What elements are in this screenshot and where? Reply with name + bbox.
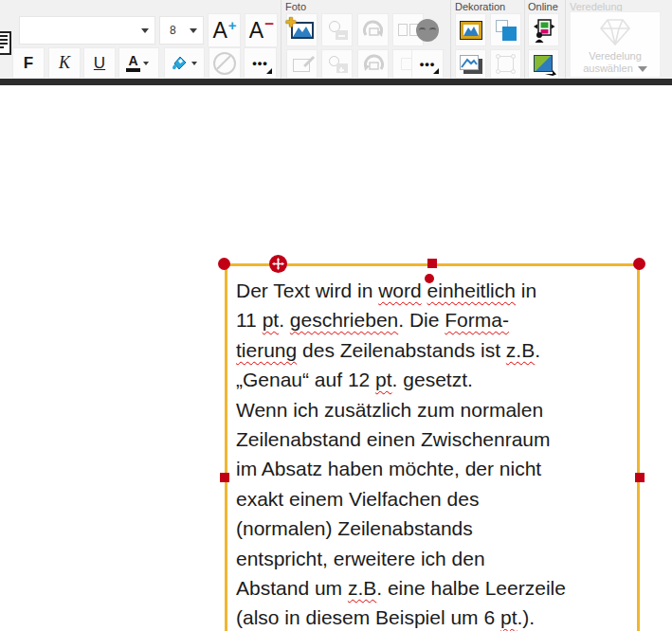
edge-handle-left[interactable]	[220, 473, 229, 482]
misspelled-word: pt	[375, 369, 392, 390]
fill-color-bucket-icon	[170, 55, 189, 72]
misspelled-word: pt	[263, 309, 280, 331]
veredelung-label-line2: auswählen	[571, 63, 660, 75]
dekoration-group-label: Dekoration	[455, 1, 505, 12]
rotate-handle-icon[interactable]	[425, 274, 434, 283]
rotate-left-icon	[362, 54, 385, 75]
photo-editor-window: 8 A+ A− F K U A	[0, 0, 672, 631]
corner-handle-top-right[interactable]	[633, 258, 645, 270]
replace-image-button	[321, 13, 353, 46]
frame-corners-button	[490, 49, 521, 79]
misspelled-word: word	[378, 279, 422, 301]
bold-button[interactable]: F	[12, 47, 45, 79]
move-handle-icon[interactable]	[269, 255, 287, 273]
text-line: tierung des Zeilenabstands ist z.B.	[236, 335, 632, 365]
diamond-icon	[599, 18, 631, 46]
text-line: im Absatz haben möchte, der nicht	[236, 454, 632, 483]
text-line: Abstand um z.B. eine halbe Leerzeile	[236, 573, 632, 603]
replace-image-icon	[327, 21, 348, 40]
text-more-button[interactable]: •••	[244, 47, 277, 79]
bold-label: F	[24, 54, 33, 73]
selected-text-box[interactable]: Der Text wird in word einheitlich in11 p…	[225, 263, 640, 631]
text-line: (normalen) Zeilenabstands	[236, 514, 632, 543]
underline-button[interactable]: U	[83, 47, 116, 79]
image-shadow-icon	[460, 55, 482, 74]
image-shadow-button[interactable]	[455, 49, 486, 79]
font-size-value: 8	[160, 24, 184, 37]
underline-label: U	[94, 54, 105, 73]
size-dropdown-arrow	[190, 28, 197, 33]
rotate-left-button	[357, 49, 389, 79]
veredelung-dropdown-arrow	[638, 66, 647, 72]
foto-more-button[interactable]: •••	[411, 49, 444, 79]
document-canvas[interactable]: Der Text wird in word einheitlich in11 p…	[0, 85, 672, 631]
text-line: entspricht, erweitere ich den	[236, 544, 632, 573]
font-color-button[interactable]: A	[118, 47, 159, 79]
font-name-select[interactable]	[19, 16, 155, 45]
export-image-icon	[534, 55, 554, 74]
corner-handle-top-left[interactable]	[218, 258, 230, 270]
misspelled-word: Forma-	[445, 309, 509, 331]
misspelled-word: z.B	[348, 577, 376, 599]
fill-color-button[interactable]	[164, 47, 205, 79]
text-line: (also in diesem Beispiel um 6 pt.).	[236, 603, 632, 631]
group-separator	[524, 0, 525, 79]
toolbar: 8 A+ A− F K U A	[0, 0, 672, 85]
text-frame-icon	[0, 31, 11, 55]
overlap-squares-button[interactable]	[490, 13, 521, 46]
fill-color-dropdown-arrow	[191, 62, 197, 65]
group-separator	[281, 0, 282, 79]
font-color-icon: A	[126, 54, 140, 72]
increase-font-label: A	[212, 20, 227, 42]
picture-frame-button[interactable]	[455, 13, 486, 46]
rotate-right-icon	[362, 20, 385, 41]
framed-image-icon	[460, 21, 482, 40]
no-fill-icon	[213, 52, 236, 75]
face-icon	[416, 19, 439, 42]
insert-image-button[interactable]: ✚	[286, 13, 318, 46]
font-color-label: A	[128, 54, 137, 67]
toolbar-bottom-bar	[0, 79, 672, 85]
add-image-icon	[327, 56, 348, 73]
text-line: Zeilenabstand einen Zwischenraum	[236, 424, 632, 454]
edge-handle-right[interactable]	[635, 473, 645, 482]
foto-group-label: Foto	[285, 1, 306, 12]
photo-service-icon	[533, 18, 555, 43]
veredelung-select-button: Veredelung auswählen	[570, 11, 661, 78]
italic-button[interactable]: K	[48, 47, 81, 79]
export-image-button[interactable]	[528, 49, 559, 79]
font-size-select[interactable]: 8	[159, 16, 204, 45]
frame-corners-icon	[498, 56, 514, 72]
edit-image-icon	[293, 57, 312, 72]
decrease-font-size-button[interactable]: A−	[245, 13, 278, 47]
misspelled-word: z.B	[506, 339, 535, 361]
edit-image-button	[286, 49, 318, 79]
rotate-right-button	[357, 13, 389, 46]
increase-font-size-button[interactable]: A+	[208, 13, 241, 47]
font-dropdown-arrow	[141, 28, 149, 33]
misspelled-word: pt	[500, 606, 518, 628]
insert-image-icon: ✚	[291, 22, 314, 39]
font-color-dropdown-arrow	[143, 62, 149, 65]
misspelled-word: einheitlich	[427, 279, 516, 301]
text-line: Wenn ich zusätzlich zum normalen	[236, 395, 632, 424]
overlap-squares-icon	[495, 19, 518, 42]
no-fill-button	[209, 47, 241, 79]
textbox-text[interactable]: Der Text wird in word einheitlich in11 p…	[236, 276, 632, 631]
veredelung-label-line1: Veredelung	[571, 50, 660, 63]
photo-service-button[interactable]	[528, 13, 559, 46]
italic-label: K	[59, 53, 70, 73]
misspelled-word: geschrieben	[290, 309, 398, 331]
text-line: exakt einem Vielfachen des	[236, 484, 632, 514]
add-image-button	[321, 49, 353, 79]
online-group-label: Online	[528, 1, 558, 12]
increase-font-plus: +	[228, 17, 237, 33]
text-line: „Genau“ auf 12 pt. gesetzt.	[236, 365, 632, 394]
decrease-font-label: A	[249, 20, 263, 42]
decrease-font-minus: −	[264, 15, 274, 34]
text-line: Der Text wird in word einheitlich in	[236, 276, 632, 305]
more-corner-triangle	[266, 68, 272, 74]
edge-handle-top[interactable]	[427, 259, 437, 268]
group-separator	[450, 0, 451, 79]
face-button[interactable]	[411, 13, 444, 46]
